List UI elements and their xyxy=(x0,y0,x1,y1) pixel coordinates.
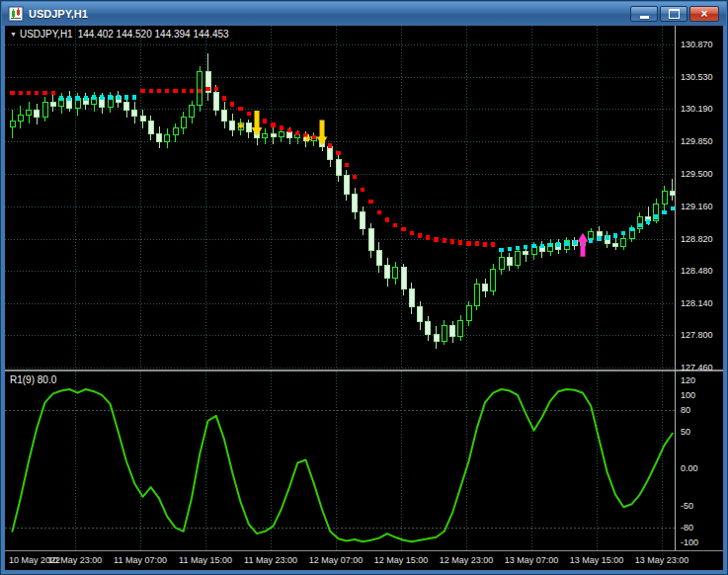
indicator-canvas[interactable] xyxy=(5,371,675,550)
chart-symbol-label: USDJPY,H1 xyxy=(20,29,73,40)
close-icon: × xyxy=(700,8,707,20)
time-tick-label: 13 May 23:00 xyxy=(635,555,689,565)
indicator-label: R1(9) 80.0 xyxy=(10,374,56,385)
chart-menu-icon[interactable]: ▼ xyxy=(10,31,17,38)
price-tick-label: 128.820 xyxy=(681,234,713,244)
indicator-tick-label: 0.00 xyxy=(681,463,698,473)
minimize-icon xyxy=(640,16,649,19)
sell-star-icon: ✶ xyxy=(235,119,246,133)
chart-icon xyxy=(8,6,24,22)
price-tick-label: 130.530 xyxy=(681,72,713,82)
sell-arrow-icon xyxy=(252,111,263,136)
time-tick-label: 13 May 15:00 xyxy=(570,555,624,565)
time-tick-label: 12 May 23:00 xyxy=(440,555,494,565)
indicator-levels xyxy=(5,411,675,529)
oscillator-line xyxy=(13,389,673,541)
indicator-grid xyxy=(76,371,663,550)
main-chart-canvas[interactable]: ✶✶ xyxy=(5,26,675,370)
price-tick-label: 127.800 xyxy=(681,330,713,340)
window-controls: × xyxy=(630,6,719,22)
price-axis[interactable]: 130.870130.530130.190129.850129.500129.1… xyxy=(675,26,723,550)
main-grid xyxy=(5,26,675,370)
time-tick-label: 11 May 07:00 xyxy=(114,555,167,565)
chart-window: USDJPY,H1 × ✶✶ ▼USDJPY,H1144.402 144.520… xyxy=(0,0,728,575)
indicator-tick-label: 50 xyxy=(681,427,690,437)
price-tick-label: 128.480 xyxy=(681,266,713,276)
time-tick-label: 11 May 23:00 xyxy=(244,555,297,565)
title-bar[interactable]: USDJPY,H1 × xyxy=(2,2,726,26)
price-tick-label: 129.850 xyxy=(681,136,713,146)
time-tick-label: 10 May 23:00 xyxy=(48,555,103,565)
time-tick-label: 13 May 07:00 xyxy=(505,555,559,565)
time-axis[interactable]: 10 May 202210 May 23:0011 May 07:0011 Ma… xyxy=(5,551,723,570)
indicator-tick-label: -50 xyxy=(681,501,693,511)
chart-ohlc-values: 144.402 144.520 144.394 144.453 xyxy=(78,29,229,40)
chart-client-area: ✶✶ ▼USDJPY,H1144.402 144.520 144.394 144… xyxy=(5,26,723,570)
minimize-button[interactable] xyxy=(630,6,658,22)
price-tick-label: 129.500 xyxy=(681,169,713,179)
price-tick-label: 128.140 xyxy=(681,298,713,308)
time-tick-label: 12 May 15:00 xyxy=(374,555,429,565)
price-tick-label: 130.870 xyxy=(681,40,713,49)
price-tick-label: 127.460 xyxy=(681,363,713,372)
trend-dots-down xyxy=(10,87,495,247)
chart-ohlc-label: ▼USDJPY,H1144.402 144.520 144.394 144.45… xyxy=(10,29,229,40)
sell-star-icon: ✶ xyxy=(302,131,313,146)
maximize-button[interactable] xyxy=(660,6,688,22)
time-tick-label: 11 May 15:00 xyxy=(179,555,232,565)
window-title: USDJPY,H1 xyxy=(29,8,88,20)
time-tick-label: 12 May 07:00 xyxy=(309,555,364,565)
indicator-tick-label: -80 xyxy=(681,523,693,533)
indicator-tick-label: -100 xyxy=(681,537,698,547)
price-tick-label: 130.190 xyxy=(681,104,713,114)
close-button[interactable]: × xyxy=(689,6,719,22)
buy-arrow-icon xyxy=(578,233,589,257)
indicator-tick-label: 100 xyxy=(681,390,695,400)
indicator-tick-label: 120 xyxy=(681,375,695,385)
maximize-icon xyxy=(669,9,680,19)
trend-dots-up xyxy=(59,95,675,252)
price-tick-label: 129.160 xyxy=(681,202,713,211)
indicator-tick-label: 80 xyxy=(681,405,690,415)
